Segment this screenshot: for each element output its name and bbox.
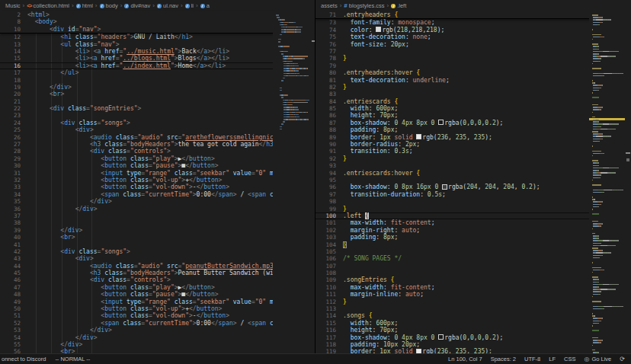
code-line-97[interactable]: 97 transition-duration: 0.5s;: [316, 191, 594, 198]
breadcrumb-item[interactable]: ul.nav: [157, 2, 178, 9]
code-line-112[interactable]: 112}: [316, 299, 594, 305]
breadcrumb-item[interactable]: div#nav: [124, 2, 150, 9]
code-line-13[interactable]: 13 <ul class="nav">: [0, 41, 277, 48]
code-line-50[interactable]: 50 <button class="vol-up">+</button>: [0, 305, 277, 312]
code-line-92[interactable]: 92}: [316, 155, 594, 162]
code-line-98[interactable]: 98: [316, 198, 594, 205]
status-item-go-live[interactable]: ◎Go Live: [584, 356, 611, 362]
code-line-25[interactable]: 25 <div>: [0, 126, 277, 133]
code-line-109[interactable]: 109.songEntries {: [316, 276, 594, 283]
code-line-74[interactable]: 74 color: rgb(218,218,218);: [316, 27, 594, 34]
code-line-12[interactable]: 12 <h1 class="headers">GNU / Laith</h1>: [0, 34, 277, 40]
code-line-100[interactable]: 100.left {: [316, 212, 594, 219]
minimap[interactable]: [273, 11, 315, 353]
code-line-56[interactable]: 56 <br>: [0, 348, 277, 353]
code-line-106[interactable]: 106/* SONG PAGES */: [316, 255, 594, 262]
code-line-30[interactable]: 30 <button class="pause">■</button>: [0, 162, 277, 169]
code-line-110[interactable]: 110 max-width: fit-content;: [316, 284, 594, 291]
code-line-77[interactable]: 77: [316, 48, 594, 55]
code-line-22[interactable]: 22 <div class="songEntries">: [0, 105, 277, 112]
status-item-vim-mode[interactable]: -- NORMAL --: [55, 356, 90, 362]
code-line-17[interactable]: 17 </ul>: [0, 69, 277, 76]
editor-pane-collection-html[interactable]: Music›<>collection.html›html›body›div#na…: [0, 0, 315, 353]
code-line-2[interactable]: 2<html>: [0, 11, 277, 18]
code-line-33[interactable]: 33 <button class="vol-down">-</button>: [0, 184, 277, 190]
breadcrumb-item[interactable]: Music: [5, 2, 21, 9]
code-line-55[interactable]: 55 </div>: [0, 341, 277, 348]
breadcrumb-item[interactable]: html: [76, 2, 93, 9]
code-line-117[interactable]: 117 box-shadow: 0 4px 8px 0 rgba(0,0,0,0…: [316, 334, 594, 341]
code-line-18[interactable]: 18: [0, 77, 277, 84]
code-line-19[interactable]: 19 </div>: [0, 84, 277, 91]
code-line-16[interactable]: 16 <li><a href="../index.html">Home</a><…: [0, 62, 277, 69]
code-line-113[interactable]: 113: [316, 305, 594, 312]
code-line-37[interactable]: 37: [0, 212, 277, 219]
code-line-41[interactable]: 41: [0, 241, 277, 248]
code-line-15[interactable]: 15 <li><a href="../blogs.html">Blogs</a>…: [0, 55, 277, 62]
code-line-101[interactable]: 101 max-width: fit-content;: [316, 219, 594, 226]
minimap[interactable]: [589, 11, 625, 353]
code-line-86[interactable]: 86 height: 70px;: [316, 112, 594, 119]
status-item-refresh[interactable]: ⟳: [620, 356, 625, 362]
status-item-indentation[interactable]: Spaces: 2: [491, 356, 516, 362]
code-area[interactable]: 12 <h1 class="headers">GNU / Laith</h1>1…: [0, 34, 277, 353]
code-line-84[interactable]: 84.entriescards {: [316, 98, 594, 105]
code-line-20[interactable]: 20 <br>: [0, 91, 277, 97]
code-line-54[interactable]: 54 </div>: [0, 334, 277, 341]
editor-pane-blogstyles-css[interactable]: assets›#blogstyles.css›.left 71.entryhea…: [316, 0, 631, 353]
code-line-85[interactable]: 85 width: 600px;: [316, 105, 594, 112]
breadcrumb-item[interactable]: a: [200, 2, 210, 9]
code-area[interactable]: 73 font-family: monospace;74 color: rgb(…: [316, 19, 594, 353]
breadcrumb-item[interactable]: <>collection.html: [27, 2, 69, 9]
code-line-102[interactable]: 102 margin-right: auto;: [316, 227, 594, 234]
code-line-83[interactable]: 83: [316, 91, 594, 97]
code-line-32[interactable]: 32 <button class="vol-up">+</button>: [0, 177, 277, 184]
code-line-73[interactable]: 73 font-family: monospace;: [316, 19, 594, 26]
scrollbar[interactable]: [625, 11, 631, 353]
code-line-95[interactable]: 95: [316, 177, 594, 184]
code-line-118[interactable]: 118 padding: 10px 20px;: [316, 341, 594, 348]
code-line-103[interactable]: 103 padding: 8px;: [316, 234, 594, 241]
code-line-75[interactable]: 75 text-decoration: none;: [316, 34, 594, 40]
code-line-94[interactable]: 94.entriescards:hover {: [316, 170, 594, 177]
code-line-48[interactable]: 48 <button class="pause">■</button>: [0, 291, 277, 298]
code-line-93[interactable]: 93: [316, 162, 594, 169]
code-line-87[interactable]: 87 box-shadow: 0 4px 8px 0 rgba(0,0,0,0.…: [316, 120, 594, 126]
status-item-encoding[interactable]: UTF-8: [524, 356, 540, 362]
code-line-44[interactable]: 44 <audio class="audio" src="peanutButte…: [0, 263, 277, 270]
code-line-42[interactable]: 42 <div class="songs">: [0, 248, 277, 255]
code-line-46[interactable]: 46 <div class="controls">: [0, 276, 277, 283]
code-line-108[interactable]: 108: [316, 270, 594, 276]
code-line-29[interactable]: 29 <button class="play">▶</button>: [0, 155, 277, 162]
code-line-71[interactable]: 71.entryheaders {: [316, 11, 594, 18]
breadcrumb-item[interactable]: .left: [391, 2, 406, 9]
status-item-cursor-position[interactable]: Ln 100, Col 7: [448, 356, 482, 362]
breadcrumb-item[interactable]: li: [185, 2, 194, 9]
code-line-35[interactable]: 35 </div>: [0, 198, 277, 205]
status-item-discord-status[interactable]: onnect to Discord: [2, 356, 46, 362]
code-line-49[interactable]: 49 <input type="range" class="seekbar" v…: [0, 299, 277, 305]
code-line-36[interactable]: 36 </div>: [0, 206, 277, 212]
code-line-116[interactable]: 116 height: 70px;: [316, 327, 594, 334]
code-line-23[interactable]: 23: [0, 112, 277, 119]
code-line-82[interactable]: 82}: [316, 84, 594, 91]
code-line-78[interactable]: 78}: [316, 55, 594, 62]
breadcrumb-item[interactable]: #blogstyles.css: [344, 2, 384, 9]
breadcrumb-item[interactable]: assets: [321, 2, 338, 9]
code-line-34[interactable]: 34 <span class="currentTime">0:00</span>…: [0, 191, 277, 198]
code-line-96[interactable]: 96 box-shadow: 0 8px 16px 0 rgba(204, 20…: [316, 184, 594, 190]
breadcrumb-item[interactable]: body: [100, 2, 118, 9]
code-line-115[interactable]: 115 width: 600px;: [316, 320, 594, 327]
code-line-88[interactable]: 88 padding: 8px;: [316, 126, 594, 133]
code-line-43[interactable]: 43 <div>: [0, 255, 277, 262]
code-line-99[interactable]: 99}: [316, 206, 594, 212]
code-line-91[interactable]: 91 transition: 0.3s;: [316, 148, 594, 155]
code-line-52[interactable]: 52 <span class="currentTime">0:00</span>…: [0, 320, 277, 327]
code-line-10[interactable]: 10 <div id="nav">: [0, 26, 277, 33]
code-line-14[interactable]: 14 <li> <a href="../music.html">Back</a>…: [0, 48, 277, 55]
code-line-80[interactable]: 80.entryheaders:hover {: [316, 69, 594, 76]
code-line-119[interactable]: 119 border: 1px solid rgb(236, 235, 235)…: [316, 348, 594, 353]
code-line-47[interactable]: 47 <button class="play">▶</button>: [0, 284, 277, 291]
code-line-114[interactable]: 114.songs {: [316, 312, 594, 319]
code-line-89[interactable]: 89 border: 1px solid rgb(236, 235, 235);: [316, 134, 594, 141]
